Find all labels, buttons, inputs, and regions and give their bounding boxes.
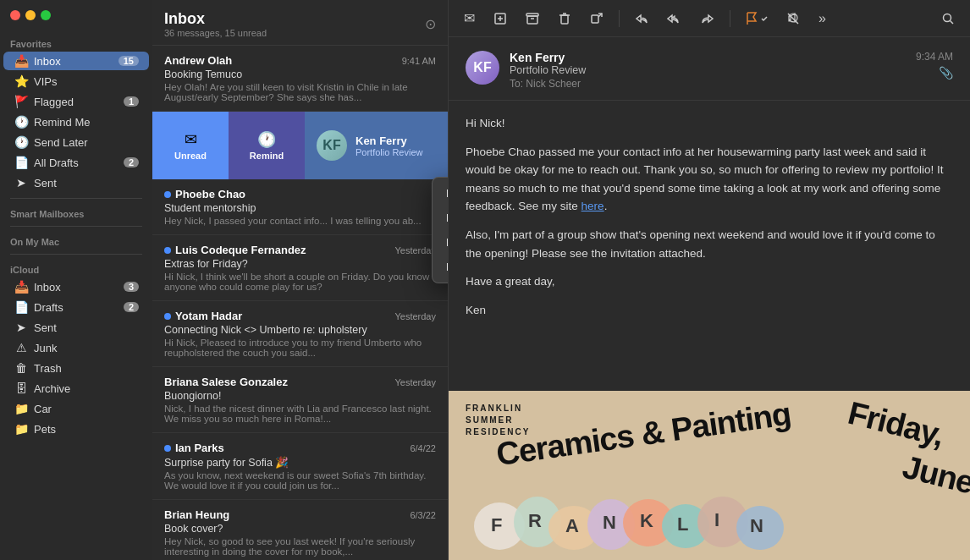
sidebar-item-label-remind: Remind Me bbox=[34, 116, 139, 129]
body-paragraph-2: Also, I'm part of a group show that's op… bbox=[466, 226, 953, 262]
forward-button[interactable] bbox=[696, 8, 719, 29]
sender-phoebe-chao: Phoebe Chao bbox=[164, 188, 245, 200]
subject-briana: Buongiorno! bbox=[164, 390, 436, 402]
remind-tonight[interactable]: Remind me Tonight bbox=[433, 206, 448, 230]
sidebar-item-label-vips: VIPs bbox=[34, 75, 139, 88]
icloud-sent-icon: ➤ bbox=[14, 321, 29, 334]
body-closing: Have a great day, bbox=[466, 272, 953, 291]
close-button[interactable] bbox=[10, 10, 20, 20]
minimize-button[interactable] bbox=[25, 10, 36, 20]
svg-text:R: R bbox=[528, 510, 542, 531]
remind-action-button[interactable]: 🕐 Remind bbox=[229, 112, 305, 179]
sidebar-item-inbox[interactable]: 📥 Inbox 15 bbox=[3, 52, 149, 70]
message-item-luis[interactable]: Luis Codeque Fernandez Yesterday Extras … bbox=[152, 235, 448, 301]
time-luis: Yesterday bbox=[394, 245, 436, 255]
flag-toolbar-button[interactable] bbox=[741, 8, 773, 29]
sidebar-item-icloud-inbox[interactable]: 📥 Inbox 3 bbox=[3, 277, 149, 296]
subject-ian: Surprise party for Sofia 🎉 bbox=[164, 456, 436, 469]
sidebar-item-label-icloud-inbox: Inbox bbox=[34, 281, 118, 294]
message-item-phoebe-chao[interactable]: Phoebe Chao Student mentorship Hey Nick,… bbox=[152, 179, 448, 235]
sidebar-item-icloud-drafts[interactable]: 📄 Drafts 2 bbox=[3, 298, 149, 316]
svg-text:N: N bbox=[750, 515, 763, 536]
flag-icon: 🚩 bbox=[14, 95, 29, 108]
sidebar-item-label-junk: Junk bbox=[34, 342, 139, 354]
svg-text:N: N bbox=[603, 512, 616, 533]
message-item-andrew-olah[interactable]: Andrew Olah 9:41 AM Booking Temuco Hey O… bbox=[152, 46, 448, 112]
time-yotam: Yesterday bbox=[394, 311, 436, 321]
new-message-button[interactable]: ✉ bbox=[459, 7, 480, 30]
sidebar-item-remind-me[interactable]: 🕐 Remind Me bbox=[3, 113, 149, 131]
email-pane: ✉ » bbox=[449, 0, 970, 560]
inbox-subtitle: 36 messages, 15 unread bbox=[164, 28, 267, 38]
delete-toolbar-button[interactable] bbox=[553, 8, 576, 29]
artwork-image: FRANKLINSUMMERRESIDENCY Ceramics & Paint… bbox=[449, 391, 970, 560]
message-item-briana[interactable]: Briana Salese Gonzalez Yesterday Buongio… bbox=[152, 367, 448, 433]
unread-dot-phoebe bbox=[164, 191, 171, 198]
sender-brian: Brian Heung bbox=[164, 508, 229, 521]
body-paragraph-1: Phoebe Chao passed me your contact info … bbox=[466, 143, 953, 216]
message-items: Andrew Olah 9:41 AM Booking Temuco Hey O… bbox=[152, 46, 448, 560]
body-link[interactable]: here bbox=[581, 200, 604, 212]
clock-icon: 🕐 bbox=[14, 115, 29, 129]
sidebar-item-icloud-junk[interactable]: ⚠ Junk bbox=[3, 338, 149, 357]
message-item-ian[interactable]: Ian Parks 6/4/22 Surprise party for Sofi… bbox=[152, 433, 448, 500]
message-item-yotam[interactable]: Yotam Hadar Yesterday Connecting Nick <>… bbox=[152, 301, 448, 367]
sender-luis: Luis Codeque Fernandez bbox=[164, 244, 306, 256]
archive-toolbar-button[interactable] bbox=[521, 8, 544, 29]
drafts-badge: 2 bbox=[124, 157, 139, 167]
sidebar-item-all-drafts[interactable]: 📄 All Drafts 2 bbox=[3, 153, 149, 172]
more-toolbar-button[interactable]: » bbox=[813, 8, 831, 30]
message-list-header: Inbox 36 messages, 15 unread ⊙ bbox=[152, 0, 448, 46]
sender-andrew-olah: Andrew Olah bbox=[164, 54, 232, 67]
preview-luis: Hi Nick, I think we'll be short a couple… bbox=[164, 272, 436, 292]
car-folder-icon: 📁 bbox=[14, 402, 29, 415]
sidebar-item-icloud-trash[interactable]: 🗑 Trash bbox=[3, 359, 149, 377]
sidebar-item-icloud-sent[interactable]: ➤ Sent bbox=[3, 318, 149, 337]
svg-text:F: F bbox=[491, 514, 502, 535]
sidebar-item-flagged[interactable]: 🚩 Flagged 1 bbox=[3, 92, 149, 111]
inbox-title: Inbox bbox=[164, 10, 267, 28]
smart-mailboxes-label: Smart Mailboxes bbox=[0, 204, 152, 221]
message-item-brian[interactable]: Brian Heung 6/3/22 Book cover? Hey Nick,… bbox=[152, 500, 448, 560]
remind-tomorrow[interactable]: Remind me Tomorrow bbox=[433, 230, 448, 255]
email-sender-name: Ken Ferry bbox=[510, 51, 906, 64]
fullscreen-button[interactable] bbox=[41, 10, 51, 20]
sidebar-item-vips[interactable]: ⭐ VIPs bbox=[3, 72, 149, 91]
reply-button[interactable] bbox=[630, 8, 653, 29]
archive-icon: 🗄 bbox=[14, 382, 29, 395]
compose-button[interactable] bbox=[488, 8, 512, 29]
svg-rect-9 bbox=[592, 15, 598, 23]
sidebar-item-icloud-pets[interactable]: 📁 Pets bbox=[3, 420, 149, 438]
sidebar-item-icloud-car[interactable]: 📁 Car bbox=[3, 399, 149, 418]
subject-phoebe-chao: Student mentorship bbox=[164, 202, 436, 214]
sidebar-item-label-pets: Pets bbox=[34, 423, 139, 436]
unread-dot-ian bbox=[164, 445, 171, 452]
subject-andrew-olah: Booking Temuco bbox=[164, 69, 436, 80]
pets-folder-icon: 📁 bbox=[14, 422, 29, 436]
ken-ferry-swipe-card[interactable]: KF Ken Ferry Portfolio Review bbox=[305, 112, 448, 179]
remind-1-hour[interactable]: Remind me in 1 hour bbox=[433, 181, 448, 206]
unread-action-button[interactable]: ✉ Unread bbox=[152, 112, 229, 179]
inbox-icon: 📥 bbox=[14, 54, 29, 68]
message-list: Inbox 36 messages, 15 unread ⊙ Andrew Ol… bbox=[152, 0, 449, 560]
sidebar-item-sent[interactable]: ➤ Sent bbox=[3, 173, 149, 192]
remind-later[interactable]: Remind me Later... bbox=[433, 255, 448, 279]
filter-icon[interactable]: ⊙ bbox=[425, 16, 436, 32]
body-greeting: Hi Nick! bbox=[466, 114, 953, 133]
sent-icon: ➤ bbox=[14, 176, 29, 189]
svg-text:L: L bbox=[677, 513, 688, 535]
sidebar-item-label-flagged: Flagged bbox=[34, 96, 118, 108]
body-sig: Ken bbox=[466, 301, 953, 320]
reply-all-button[interactable] bbox=[662, 8, 687, 29]
move-toolbar-button[interactable] bbox=[585, 8, 609, 29]
sender-briana: Briana Salese Gonzalez bbox=[164, 376, 288, 388]
swipe-action-row: ✉ Unread 🕐 Remind KF Ken Ferry Portfolio… bbox=[152, 112, 448, 179]
sidebar-item-send-later[interactable]: 🕐 Send Later bbox=[3, 133, 149, 151]
unread-action-icon: ✉ bbox=[185, 130, 197, 149]
sidebar-item-icloud-archive[interactable]: 🗄 Archive bbox=[3, 379, 149, 398]
mute-button[interactable] bbox=[781, 8, 805, 29]
traffic-lights bbox=[10, 10, 51, 20]
email-time: 9:34 AM bbox=[916, 51, 953, 63]
search-toolbar-button[interactable] bbox=[936, 8, 960, 29]
sidebar-item-label-sent: Sent bbox=[34, 177, 139, 189]
